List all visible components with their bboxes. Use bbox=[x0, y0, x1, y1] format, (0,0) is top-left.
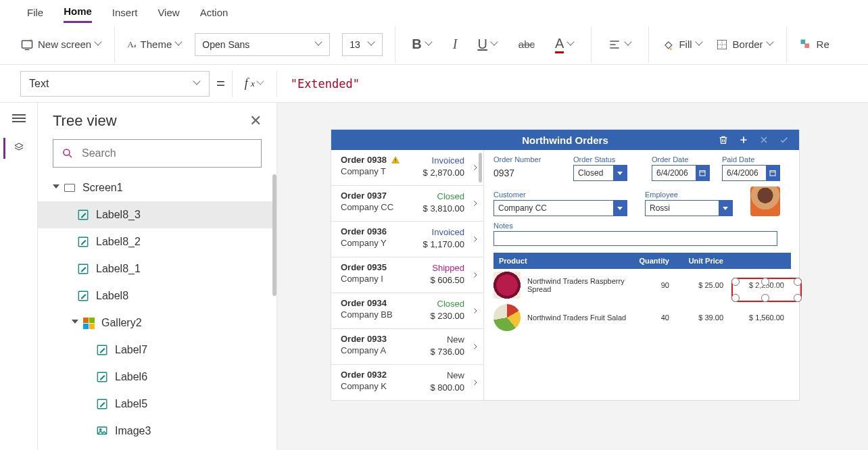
order-row[interactable]: Order 0936 Company YInvoiced$ 1,170.00 bbox=[331, 222, 483, 257]
line-unit-price: $ 39.00 bbox=[676, 314, 730, 322]
fill-button[interactable]: Fill bbox=[661, 38, 702, 51]
chevron-down-icon bbox=[316, 41, 322, 48]
fx-button[interactable]: fx bbox=[239, 76, 270, 91]
warning-icon bbox=[391, 155, 400, 164]
chevron-down-icon bbox=[194, 80, 201, 87]
order-status: Closed bbox=[437, 191, 464, 201]
product-thumbnail bbox=[493, 272, 521, 299]
tree-search-input[interactable] bbox=[80, 147, 253, 160]
fill-icon bbox=[661, 38, 675, 51]
check-icon[interactable] bbox=[779, 134, 790, 145]
reorder-button[interactable]: Re bbox=[799, 38, 829, 51]
new-screen-label: New screen bbox=[38, 39, 91, 50]
bold-button[interactable]: B bbox=[408, 36, 436, 52]
order-row[interactable]: Order 0935 Company IShipped$ 606.50 bbox=[331, 257, 483, 293]
fill-label: Fill bbox=[679, 39, 692, 50]
order-status: Invoiced bbox=[432, 227, 464, 237]
order-row[interactable]: Order 0938 Company TInvoiced$ 2,870.00 bbox=[331, 150, 483, 186]
order-status: Invoiced bbox=[432, 155, 464, 166]
divider bbox=[786, 26, 787, 63]
tree-node-gallery2[interactable]: Gallery2 bbox=[38, 309, 276, 336]
tree-search[interactable] bbox=[53, 139, 262, 168]
chevron-right-icon bbox=[471, 234, 479, 247]
tree-node-label6[interactable]: Label6 bbox=[38, 364, 276, 391]
label-icon bbox=[96, 371, 108, 383]
expand-icon bbox=[53, 184, 59, 191]
strike-button[interactable]: abc bbox=[514, 39, 539, 50]
tree-node-screen1[interactable]: Screen1 bbox=[38, 174, 276, 201]
divider bbox=[276, 70, 277, 97]
screen-icon bbox=[64, 182, 76, 194]
product-name: Northwind Traders Raspberry Spread bbox=[523, 277, 635, 293]
svg-rect-14 bbox=[395, 159, 395, 161]
equals-sign: = bbox=[216, 75, 225, 93]
order-row[interactable]: Order 0932 Company KNew$ 800.00 bbox=[331, 365, 483, 401]
chevron-right-icon bbox=[471, 270, 479, 282]
label-notes: Notes bbox=[493, 222, 777, 230]
col-unit-price: Unit Price bbox=[676, 257, 730, 265]
formula-input[interactable]: "Extended" bbox=[284, 77, 366, 91]
order-status: Shipped bbox=[432, 263, 464, 273]
image-icon bbox=[96, 425, 108, 437]
app-title: Northwind Orders bbox=[331, 134, 799, 146]
order-row[interactable]: Order 0934 Company BBClosed$ 230.00 bbox=[331, 293, 483, 329]
label-icon bbox=[96, 344, 108, 356]
tree-view-tab[interactable] bbox=[3, 138, 26, 159]
employee-select[interactable]: Rossi bbox=[645, 200, 733, 216]
font-select[interactable]: Open Sans bbox=[195, 33, 330, 56]
menu-file[interactable]: File bbox=[27, 5, 43, 22]
label-order-number: Order Number bbox=[493, 155, 561, 164]
svg-point-13 bbox=[100, 429, 101, 430]
line-item-row[interactable]: Northwind Traders Raspberry Spread90$ 25… bbox=[493, 269, 791, 301]
order-row[interactable]: Order 0933 Company ANew$ 736.00 bbox=[331, 329, 483, 365]
tree-node-label8_3[interactable]: Label8_3 bbox=[38, 201, 276, 228]
order-date-input[interactable]: 6/4/2006 bbox=[652, 165, 710, 181]
close-panel-button[interactable]: ✕ bbox=[249, 112, 262, 130]
selected-label-text: Extended bbox=[757, 284, 786, 291]
tree-node-label8_1[interactable]: Label8_1 bbox=[38, 255, 276, 282]
order-status-select[interactable]: Closed bbox=[573, 165, 627, 181]
cancel-icon[interactable] bbox=[758, 134, 769, 145]
hamburger-button[interactable] bbox=[12, 112, 26, 124]
menu-action[interactable]: Action bbox=[200, 5, 228, 22]
align-button[interactable] bbox=[604, 38, 636, 51]
notes-input[interactable] bbox=[493, 231, 777, 246]
line-qty: 90 bbox=[635, 281, 676, 289]
tree-node-label8_2[interactable]: Label8_2 bbox=[38, 228, 276, 255]
font-size-select[interactable]: 13 bbox=[342, 33, 383, 56]
svg-rect-2 bbox=[800, 39, 805, 44]
customer-select[interactable]: Company CC bbox=[493, 200, 627, 216]
divider bbox=[232, 70, 233, 97]
tree-node-label7[interactable]: Label7 bbox=[38, 336, 276, 364]
font-color-button[interactable]: A bbox=[551, 36, 579, 53]
menu-home[interactable]: Home bbox=[64, 4, 92, 23]
property-select[interactable]: Text bbox=[20, 71, 210, 97]
label-employee: Employee bbox=[645, 191, 733, 199]
border-button[interactable]: Border bbox=[715, 38, 774, 51]
tree-node-label5[interactable]: Label5 bbox=[38, 391, 276, 418]
chevron-down-icon bbox=[625, 41, 632, 48]
tree-node-label8[interactable]: Label8 bbox=[38, 282, 276, 309]
svg-rect-15 bbox=[395, 161, 395, 162]
new-screen-button[interactable]: New screen bbox=[20, 38, 102, 51]
tree-node-label: Image3 bbox=[115, 425, 151, 437]
chevron-right-icon bbox=[471, 162, 479, 175]
order-price: $ 230.00 bbox=[430, 311, 464, 321]
italic-button[interactable]: I bbox=[449, 36, 462, 52]
align-icon bbox=[608, 38, 621, 51]
line-item-row[interactable]: Northwind Traders Fruit Salad40$ 39.00$ … bbox=[493, 301, 791, 334]
tree-node-label: Label8_2 bbox=[96, 236, 141, 248]
expand-icon bbox=[72, 320, 78, 326]
theme-button[interactable]: Aa Theme bbox=[127, 39, 183, 50]
font-size-value: 13 bbox=[349, 39, 360, 50]
label-customer: Customer bbox=[493, 191, 627, 199]
order-row[interactable]: Order 0937 Company CCClosed$ 3,810.00 bbox=[331, 186, 483, 222]
order-price: $ 736.00 bbox=[430, 347, 464, 357]
divider bbox=[648, 26, 649, 63]
menu-view[interactable]: View bbox=[158, 5, 179, 22]
paid-date-input[interactable]: 6/4/2006 bbox=[722, 165, 780, 181]
tree-node-image3[interactable]: Image3 bbox=[38, 418, 276, 445]
svg-rect-3 bbox=[804, 43, 809, 48]
menu-insert[interactable]: Insert bbox=[112, 5, 138, 22]
underline-button[interactable]: U bbox=[473, 36, 502, 52]
